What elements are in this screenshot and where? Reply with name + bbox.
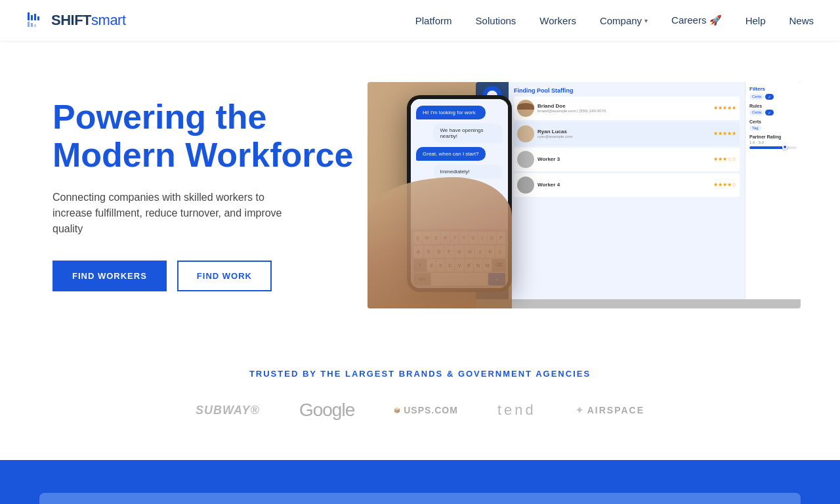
svg-rect-3 xyxy=(37,16,39,20)
nav-item-help[interactable]: Help xyxy=(746,15,766,26)
brand-usps: 📦 USPS.COM xyxy=(394,405,458,415)
find-workers-button[interactable]: FIND WORKERS xyxy=(52,261,167,291)
svg-rect-4 xyxy=(28,22,30,27)
hero-content: Powering the Modern Workforce Connecting… xyxy=(52,98,354,291)
find-work-button[interactable]: FIND WORK xyxy=(177,261,272,291)
logo-icon xyxy=(26,10,47,31)
stats-section: 2 MILLION MILLIONS IN 50+ xyxy=(0,460,840,504)
brand-airspace: ✦ AIRSPACE xyxy=(576,405,644,415)
logo[interactable]: SHIFTsmart xyxy=(26,10,126,31)
brand-google: Google xyxy=(299,400,354,421)
nav-item-careers[interactable]: Careers 🚀 xyxy=(671,14,722,26)
hero-image: Finding Pool Staffing Briand Doe briand@… xyxy=(368,82,801,308)
laptop-screen-title: Finding Pool Staffing xyxy=(514,87,740,94)
logo-grid-icon xyxy=(26,10,47,31)
svg-rect-2 xyxy=(34,14,36,20)
stats-inner: 2 MILLION MILLIONS IN 50+ xyxy=(39,493,801,504)
worker-name-1: Briand Doe xyxy=(537,103,710,109)
brand-subway: SUBWAY® xyxy=(196,404,260,417)
hero-subtitle: Connecting companies with skilled worker… xyxy=(52,190,302,237)
nav-item-company[interactable]: Company ▾ xyxy=(600,15,648,26)
navbar: SHIFTsmart Platform Solutions Workers Co… xyxy=(0,0,840,41)
trusted-label: TRUSTED BY THE LARGEST BRANDS & GOVERNME… xyxy=(39,369,801,379)
trusted-section: TRUSTED BY THE LARGEST BRANDS & GOVERNME… xyxy=(0,336,840,447)
nav-links: Platform Solutions Workers Company ▾ Car… xyxy=(415,14,814,26)
svg-rect-5 xyxy=(31,23,33,27)
nav-item-solutions[interactable]: Solutions xyxy=(476,15,516,26)
worker-name-2: Ryan Lucas xyxy=(537,129,710,135)
nav-item-platform[interactable]: Platform xyxy=(415,15,452,26)
nav-item-workers[interactable]: Workers xyxy=(539,15,576,26)
svg-rect-1 xyxy=(31,15,33,20)
brands-row: SUBWAY® Google 📦 USPS.COM tend ✦ AIRSPAC… xyxy=(39,400,801,421)
svg-rect-6 xyxy=(34,24,36,27)
brand-tend: tend xyxy=(497,402,536,419)
svg-rect-0 xyxy=(28,12,30,20)
hero-section: Powering the Modern Workforce Connecting… xyxy=(0,41,840,336)
nav-item-news[interactable]: News xyxy=(789,15,814,26)
logo-text: SHIFTsmart xyxy=(51,12,126,29)
filter-title: Filters xyxy=(749,86,797,92)
hero-title: Powering the Modern Workforce xyxy=(52,98,354,173)
hero-buttons: FIND WORKERS FIND WORK xyxy=(52,261,354,291)
chevron-down-icon: ▾ xyxy=(644,17,648,24)
